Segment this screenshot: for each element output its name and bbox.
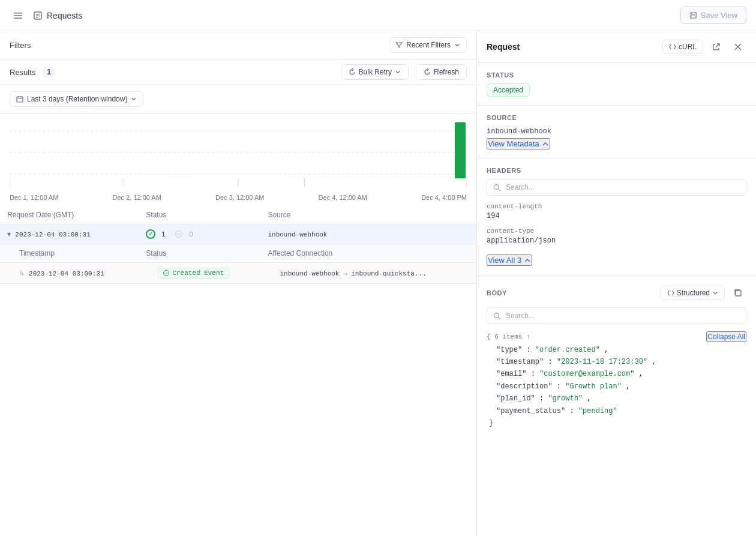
- sub-col-status: Status: [139, 244, 260, 263]
- right-panel-title: Request: [487, 42, 658, 52]
- svg-rect-1: [14, 15, 22, 16]
- json-key-type: "type": [496, 346, 522, 354]
- connection-value: inbound-webhook → inbound-quicksta...: [280, 270, 426, 277]
- chevron-down-icon: [395, 69, 401, 75]
- chevron-down-icon: [454, 42, 460, 48]
- success-count: 1: [158, 229, 169, 239]
- calendar-icon: [16, 95, 23, 103]
- code-icon: [669, 43, 676, 50]
- col-status: Status: [139, 206, 260, 224]
- collapse-all-button[interactable]: Collapse All: [706, 331, 746, 342]
- chart-date-1: Dec 1, 12:00 AM: [10, 194, 58, 201]
- expand-button[interactable]: ▾: [7, 230, 11, 238]
- retry-icon: [349, 68, 356, 76]
- save-icon: [689, 11, 697, 19]
- structured-button[interactable]: Structured: [661, 286, 725, 300]
- chart-dates: Dec 1, 12:00 AM Dec 2, 12:00 AM Dec 3, 1…: [0, 191, 476, 206]
- body-search-input[interactable]: [506, 312, 740, 320]
- save-view-button[interactable]: Save View: [680, 7, 746, 24]
- refresh-button[interactable]: Refresh: [416, 64, 467, 80]
- requests-table: Request Date (GMT) Status Source ▾ 2023-…: [0, 206, 476, 536]
- left-panel: Filters Recent Filters Results 1: [0, 31, 477, 536]
- sub-table-row[interactable]: ↳ 2023-12-04 03:00:31 Created Event inbo…: [0, 263, 476, 284]
- request-date: 2023-12-04 03:00:31: [15, 231, 90, 238]
- svg-rect-8: [691, 13, 695, 15]
- json-items-label: { 6 items ↑: [487, 331, 530, 343]
- status-section-label: Status: [487, 71, 746, 79]
- date-range-button[interactable]: Last 3 days (Retention window): [10, 91, 143, 107]
- copy-button[interactable]: [730, 285, 746, 301]
- json-arrow-up: ↑: [526, 333, 530, 340]
- curl-button[interactable]: cURL: [662, 40, 703, 54]
- json-line-plan-id: "plan_id" : "growth" ,: [487, 393, 746, 405]
- recent-filters-button[interactable]: Recent Filters: [389, 37, 467, 53]
- body-section-label: Body: [487, 289, 661, 297]
- code-brackets-icon: [667, 289, 674, 297]
- svg-rect-0: [14, 13, 22, 14]
- external-link-button[interactable]: [708, 38, 725, 55]
- json-value-email: "customer@example.com": [539, 370, 634, 378]
- col-request-date: Request Date (GMT): [0, 206, 139, 224]
- headers-section: Headers content-length 194 content-type …: [477, 158, 756, 276]
- json-line-description: "description" : "Growth plan" ,: [487, 381, 746, 393]
- success-indicator: [146, 229, 155, 239]
- svg-point-25: [494, 184, 499, 189]
- results-label: Results: [10, 68, 35, 77]
- status-badge: Accepted: [487, 83, 530, 97]
- chart-date-3: Dec 3, 12:00 AM: [215, 194, 264, 201]
- source-value: inbound-webhook: [268, 231, 327, 238]
- json-value-plan-id: "growth": [548, 394, 583, 403]
- view-metadata-button[interactable]: View Metadata: [487, 138, 550, 149]
- view-all-button[interactable]: View All 3: [487, 254, 532, 266]
- close-button[interactable]: [730, 38, 746, 55]
- results-count-badge: 1: [43, 67, 55, 77]
- json-items-line: { 6 items ↑ Collapse All: [487, 331, 746, 343]
- body-section: Body Structured: [477, 276, 756, 434]
- headers-search-box[interactable]: [487, 179, 746, 196]
- sub-col-affected-connection: Affected Connection: [260, 244, 476, 263]
- chevron-down-icon: [131, 96, 137, 102]
- json-brace-open: {: [487, 333, 494, 340]
- svg-line-26: [499, 189, 500, 191]
- svg-rect-10: [17, 97, 23, 102]
- right-panel-content: Status Accepted Source inbound-webhook V…: [477, 63, 756, 536]
- header-content-type: content-type application/json: [487, 227, 746, 245]
- source-section-label: Source: [487, 114, 746, 121]
- json-value-payment-status: "pending": [578, 407, 617, 415]
- header-value-content-type: application/json: [487, 236, 746, 245]
- json-value-timestamp: "2023-11-18 17:23:30": [557, 358, 647, 366]
- search-icon: [493, 184, 501, 191]
- bulk-retry-button[interactable]: Bulk Retry: [341, 64, 409, 80]
- svg-rect-2: [14, 17, 22, 19]
- chart-date-2: Dec 2, 12:00 AM: [113, 194, 161, 201]
- json-key-plan-id: "plan_id": [496, 394, 535, 403]
- json-line-payment-status: "payment_status" : "pending": [487, 405, 746, 417]
- top-bar: Requests Save View: [0, 0, 756, 31]
- sidebar-toggle-button[interactable]: [10, 7, 26, 24]
- json-line-timestamp: "timestamp" : "2023-11-18 17:23:30" ,: [487, 356, 746, 368]
- json-viewer: { 6 items ↑ Collapse All "type" : "order…: [487, 331, 746, 429]
- header-key-content-type: content-type: [487, 227, 746, 235]
- table-row[interactable]: ▾ 2023-12-04 03:00:31 1: [0, 224, 476, 244]
- sub-table-header-row: Timestamp Status Affected Connection: [0, 244, 476, 263]
- headers-section-label: Headers: [487, 167, 746, 174]
- body-search-box[interactable]: [487, 307, 746, 324]
- source-section: Source inbound-webhook View Metadata: [477, 106, 756, 158]
- headers-search-input[interactable]: [506, 183, 740, 191]
- right-panel: Request cURL Status: [477, 31, 756, 536]
- filters-label: Filters: [10, 41, 31, 50]
- created-event-label: Created Event: [172, 270, 224, 277]
- blocked-icon: [175, 230, 183, 238]
- created-event-dot: [163, 270, 169, 276]
- fail-count: 0: [185, 229, 196, 239]
- date-range-bar: Last 3 days (Retention window): [0, 85, 476, 113]
- json-close-brace: }: [487, 417, 746, 429]
- toolbar: Results 1 Bulk Retry Refresh: [0, 59, 476, 85]
- search-icon: [493, 312, 501, 320]
- copy-icon: [734, 289, 742, 297]
- filter-icon: [395, 41, 403, 49]
- status-success-cell: 1 0: [146, 229, 196, 239]
- chart-area: [0, 113, 476, 191]
- svg-rect-9: [691, 16, 695, 18]
- chevron-up-icon: [524, 257, 531, 264]
